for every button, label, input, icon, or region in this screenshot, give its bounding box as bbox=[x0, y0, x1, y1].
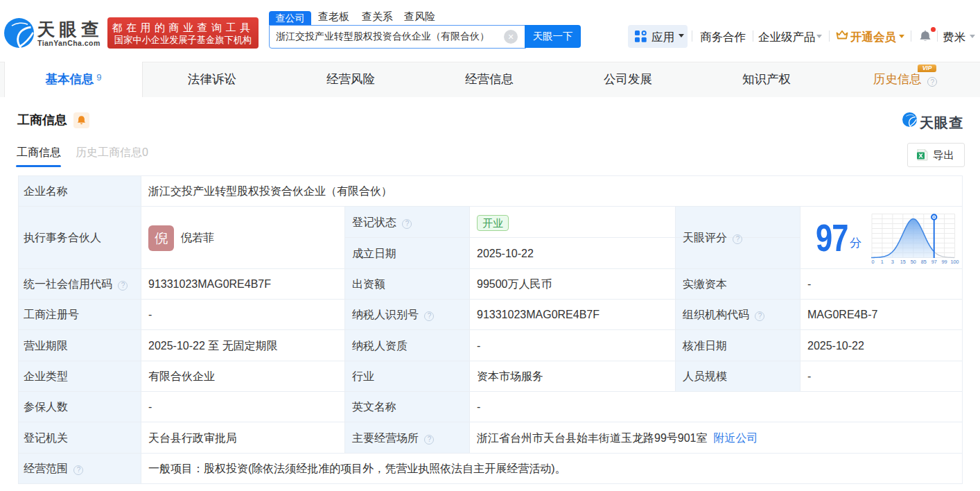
svg-text:0: 0 bbox=[871, 259, 874, 265]
svg-text:50: 50 bbox=[911, 259, 916, 265]
svg-text:100: 100 bbox=[951, 259, 959, 265]
svg-text:99: 99 bbox=[942, 259, 947, 265]
svg-text:85: 85 bbox=[921, 259, 927, 265]
svg-text:3: 3 bbox=[891, 259, 894, 265]
svg-text:1: 1 bbox=[881, 259, 884, 265]
svg-text:15: 15 bbox=[900, 259, 906, 265]
svg-text:97: 97 bbox=[931, 259, 937, 265]
